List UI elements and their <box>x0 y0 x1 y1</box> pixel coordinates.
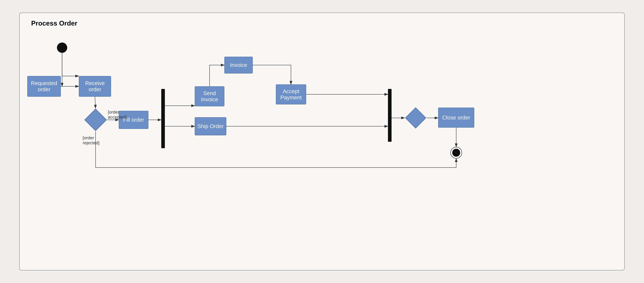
decision-diamond <box>84 108 107 131</box>
svg-line-5 <box>95 97 96 108</box>
receive-order-box: Receiveorder <box>79 76 111 97</box>
close-order-box: Close order <box>438 108 474 128</box>
diagram-container: Process Order Requestedorder Receiveorde… <box>19 13 625 270</box>
svg-marker-1 <box>405 108 426 128</box>
requested-order-box: Requestedorder <box>27 76 61 97</box>
send-invoice-box: SendInvoice <box>195 86 224 106</box>
order-accepted-label: [orderaccepted] <box>108 110 127 120</box>
order-rejected-label: [orderrejected] <box>83 135 100 145</box>
arrows-layer <box>20 13 624 270</box>
ship-order-box: Ship Order <box>195 117 226 135</box>
invoice-box: Invoice <box>224 57 253 74</box>
end-node <box>450 147 462 158</box>
join-bar-2 <box>388 89 392 142</box>
diagram-title: Process Order <box>31 19 77 27</box>
fork-bar-1 <box>161 89 165 148</box>
merge-diamond <box>405 107 426 129</box>
svg-marker-0 <box>84 109 106 131</box>
start-node <box>57 43 67 53</box>
accept-payment-box: AcceptPayment <box>276 84 306 104</box>
